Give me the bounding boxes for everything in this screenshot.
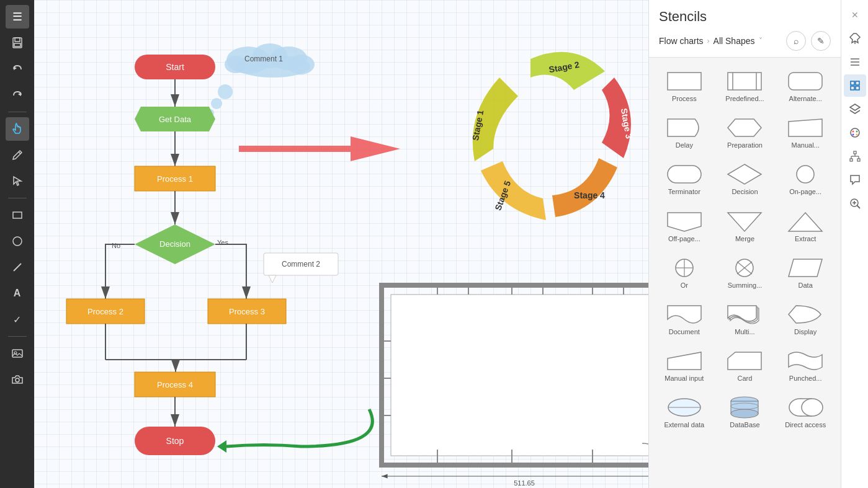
shape-item-manual[interactable]: Manual... [776, 112, 834, 153]
panel-search-button[interactable]: ⌕ [786, 31, 806, 51]
floorplan[interactable]: 511.65 319.20 [382, 285, 648, 487]
shape-item-data[interactable]: Data [776, 252, 834, 293]
svg-marker-108 [850, 104, 860, 110]
punchedtape-shape-label: Punched... [789, 375, 822, 383]
shape-item-offpage[interactable]: Off-page... [655, 205, 714, 247]
camera-tool-icon[interactable] [6, 368, 29, 391]
start-shape[interactable]: Start [135, 55, 215, 79]
shape-item-multidoc[interactable]: Multi... [716, 298, 774, 340]
redo-icon[interactable] [6, 83, 29, 107]
tree-button[interactable] [844, 145, 866, 167]
menu-icon[interactable]: ☰ [6, 5, 29, 29]
yes-label: Yes [217, 239, 228, 246]
shape-item-alternate[interactable]: Alternate... [776, 65, 834, 107]
shape-item-database[interactable]: DataBase [716, 391, 774, 433]
comment2-callout[interactable]: Comment 2 [264, 253, 338, 283]
list-view-button[interactable] [844, 51, 866, 73]
svg-text:Comment 1: Comment 1 [244, 55, 283, 63]
merge-shape-icon [726, 209, 763, 234]
circle-tool-icon[interactable] [6, 229, 29, 253]
svg-point-113 [856, 134, 857, 136]
properties-button[interactable] [844, 74, 866, 97]
predefined-shape-label: Predefined... [725, 95, 764, 103]
svg-point-109 [851, 128, 859, 137]
undo-icon[interactable] [6, 57, 29, 81]
all-shapes-label[interactable]: All Shapes [714, 36, 755, 46]
shape-item-manualinput[interactable]: Manual input [655, 345, 714, 386]
select-icon[interactable] [6, 169, 29, 193]
svg-text:Stage 4: Stage 4 [574, 190, 605, 200]
zoom-button[interactable] [844, 192, 866, 215]
pin-button[interactable] [844, 27, 866, 50]
stop-shape[interactable]: Stop [135, 427, 215, 455]
comment1-cloud[interactable]: Comment 1 [225, 43, 315, 78]
shape-item-predefined[interactable]: Predefined... [716, 65, 774, 107]
shape-item-decision[interactable]: Decision [716, 158, 774, 200]
svg-rect-45 [391, 295, 648, 456]
shape-item-punchedtape[interactable]: Punched... [776, 345, 834, 386]
line-tool-icon[interactable] [6, 255, 29, 279]
shape-item-delay[interactable]: Delay [655, 112, 714, 153]
svg-rect-75 [668, 166, 701, 183]
shape-item-terminator[interactable]: Terminator [655, 158, 714, 200]
panel-edit-button[interactable]: ✎ [811, 31, 831, 51]
document-shape-label: Document [669, 328, 700, 336]
shape-item-summing[interactable]: Summing... [716, 252, 774, 293]
shape-item-onpage[interactable]: On-page... [776, 158, 834, 200]
svg-marker-79 [728, 213, 761, 231]
svg-text:Process 1: Process 1 [157, 174, 193, 184]
close-panel-button[interactable]: ✕ [844, 4, 866, 26]
green-curved-arrow[interactable] [217, 409, 372, 453]
cycle-diagram[interactable]: Stage 2 Stage 3 Stage 4 Stage 5 Stage 1 [470, 52, 634, 220]
touch-icon[interactable] [6, 117, 29, 141]
directaccess-shape-label: Direct access [785, 421, 826, 429]
flow-charts-label[interactable]: Flow charts [659, 36, 704, 46]
text-tool-icon[interactable]: A [6, 282, 29, 305]
process4-shape[interactable]: Process 4 [135, 372, 215, 397]
shape-item-preparation[interactable]: Preparation [716, 112, 774, 153]
shape-item-merge[interactable]: Merge [716, 205, 774, 247]
process-shape-label: Process [672, 95, 697, 103]
check-icon[interactable]: ✓ [6, 308, 29, 331]
shape-item-display[interactable]: Display [776, 298, 834, 340]
process2-shape[interactable]: Process 2 [66, 299, 145, 324]
canvas-area[interactable]: Comment 1 Start Get Data Process 1 [34, 0, 648, 488]
layers-button[interactable] [844, 98, 866, 120]
card-shape-label: Card [738, 375, 753, 383]
shape-item-document[interactable]: Document [655, 298, 714, 340]
palette-button[interactable] [844, 122, 866, 144]
process1-shape[interactable]: Process 1 [135, 166, 215, 191]
red-arrow[interactable] [239, 136, 400, 161]
offpage-shape-label: Off-page... [668, 235, 700, 243]
get-data-shape[interactable]: Get Data [135, 107, 215, 131]
bubble3 [218, 84, 233, 99]
shape-item-externaldata[interactable]: External data [655, 391, 714, 433]
shape-item-or[interactable]: Or [655, 252, 714, 293]
svg-marker-88 [668, 352, 701, 370]
arrow-yes-proc3 [215, 244, 246, 299]
shape-item-directaccess[interactable]: Direct access [776, 391, 834, 433]
image-tool-icon[interactable] [6, 342, 29, 365]
display-shape-icon [787, 302, 824, 327]
svg-text:Decision: Decision [159, 239, 190, 249]
process3-shape[interactable]: Process 3 [208, 299, 286, 324]
summing-shape-label: Summing... [728, 282, 763, 290]
svg-rect-68 [668, 73, 701, 90]
comment-button[interactable] [844, 169, 866, 191]
svg-marker-74 [789, 119, 822, 136]
pencil-icon[interactable] [6, 143, 29, 167]
manualinput-shape-icon [666, 348, 703, 373]
preparation-shape-icon [726, 115, 763, 140]
shape-item-card[interactable]: Card [716, 345, 774, 386]
svg-marker-38 [217, 440, 226, 453]
svg-text:511.65: 511.65 [514, 479, 535, 487]
svg-rect-107 [856, 86, 859, 90]
no-label: No [112, 242, 120, 249]
rectangle-tool-icon[interactable] [6, 203, 29, 227]
bubble2 [211, 98, 222, 109]
svg-point-111 [856, 131, 857, 133]
decision-shape[interactable]: Decision [135, 224, 215, 264]
save-icon[interactable] [6, 31, 29, 55]
shape-item-process[interactable]: Process [655, 65, 714, 107]
shape-item-extract[interactable]: Extract [776, 205, 834, 247]
